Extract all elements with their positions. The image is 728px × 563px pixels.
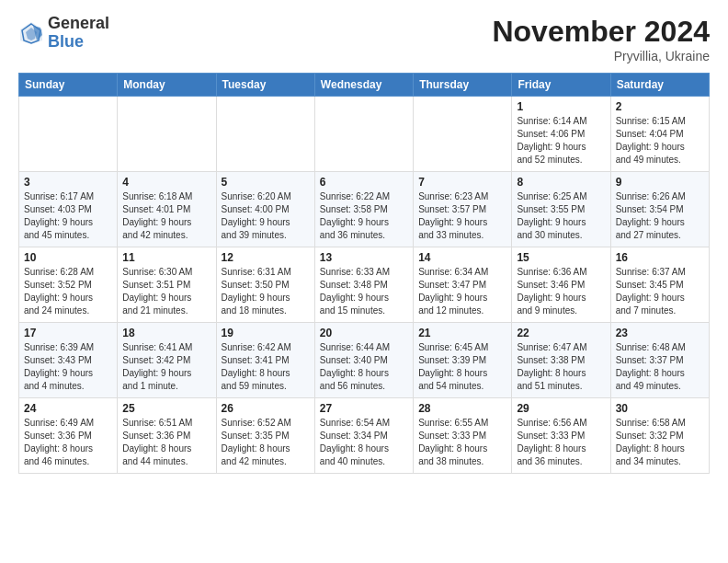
day-number: 6 xyxy=(320,176,408,189)
day-number: 20 xyxy=(320,327,408,339)
col-saturday: Saturday xyxy=(610,74,709,97)
day-info: Sunrise: 6:45 AMSunset: 3:39 PMDaylight:… xyxy=(418,341,506,393)
table-row: 25Sunrise: 6:51 AMSunset: 3:36 PMDayligh… xyxy=(118,398,216,474)
day-number: 28 xyxy=(418,402,506,415)
table-row: 6Sunrise: 6:22 AMSunset: 3:58 PMDaylight… xyxy=(314,172,413,247)
header: General Blue November 2024 Pryvillia, Uk… xyxy=(18,15,710,63)
day-info: Sunrise: 6:14 AMSunset: 4:06 PMDaylight:… xyxy=(517,115,605,167)
day-number: 18 xyxy=(122,327,210,339)
day-number: 17 xyxy=(24,327,112,339)
location-subtitle: Pryvillia, Ukraine xyxy=(492,49,710,63)
logo-text: General Blue xyxy=(48,15,109,52)
calendar-week-3: 10Sunrise: 6:28 AMSunset: 3:52 PMDayligh… xyxy=(19,247,710,323)
logo-blue: Blue xyxy=(48,33,109,52)
table-row: 10Sunrise: 6:28 AMSunset: 3:52 PMDayligh… xyxy=(19,247,118,323)
day-number: 4 xyxy=(122,176,210,189)
table-row: 29Sunrise: 6:56 AMSunset: 3:33 PMDayligh… xyxy=(512,398,610,474)
day-number: 26 xyxy=(222,402,310,415)
page: General Blue November 2024 Pryvillia, Uk… xyxy=(0,0,728,483)
table-row: 30Sunrise: 6:58 AMSunset: 3:32 PMDayligh… xyxy=(610,398,709,474)
day-info: Sunrise: 6:31 AMSunset: 3:50 PMDaylight:… xyxy=(222,266,310,317)
day-number: 3 xyxy=(24,176,112,189)
table-row xyxy=(314,97,413,172)
day-number: 22 xyxy=(517,327,605,339)
table-row: 21Sunrise: 6:45 AMSunset: 3:39 PMDayligh… xyxy=(414,323,512,398)
day-number: 21 xyxy=(418,327,506,339)
logo-general: General xyxy=(48,15,109,33)
table-row: 2Sunrise: 6:15 AMSunset: 4:04 PMDaylight… xyxy=(610,97,709,172)
calendar-week-5: 24Sunrise: 6:49 AMSunset: 3:36 PMDayligh… xyxy=(19,398,710,474)
table-row xyxy=(216,97,314,172)
day-number: 27 xyxy=(320,402,408,415)
table-row: 14Sunrise: 6:34 AMSunset: 3:47 PMDayligh… xyxy=(414,247,512,323)
col-thursday: Thursday xyxy=(414,74,512,97)
table-row: 7Sunrise: 6:23 AMSunset: 3:57 PMDaylight… xyxy=(414,172,512,247)
day-info: Sunrise: 6:25 AMSunset: 3:55 PMDaylight:… xyxy=(517,190,605,242)
day-info: Sunrise: 6:33 AMSunset: 3:48 PMDaylight:… xyxy=(320,266,408,317)
col-friday: Friday xyxy=(512,74,610,97)
day-info: Sunrise: 6:41 AMSunset: 3:42 PMDaylight:… xyxy=(122,341,210,393)
table-row: 17Sunrise: 6:39 AMSunset: 3:43 PMDayligh… xyxy=(19,323,118,398)
day-info: Sunrise: 6:39 AMSunset: 3:43 PMDaylight:… xyxy=(24,341,112,393)
day-info: Sunrise: 6:48 AMSunset: 3:37 PMDaylight:… xyxy=(616,341,704,393)
table-row: 8Sunrise: 6:25 AMSunset: 3:55 PMDaylight… xyxy=(512,172,610,247)
day-number: 10 xyxy=(24,251,112,264)
day-info: Sunrise: 6:58 AMSunset: 3:32 PMDaylight:… xyxy=(616,417,704,468)
day-number: 5 xyxy=(222,176,310,189)
day-number: 12 xyxy=(222,251,310,264)
day-info: Sunrise: 6:55 AMSunset: 3:33 PMDaylight:… xyxy=(418,417,506,468)
col-sunday: Sunday xyxy=(19,74,118,97)
col-wednesday: Wednesday xyxy=(314,74,413,97)
day-number: 24 xyxy=(24,402,112,415)
day-info: Sunrise: 6:42 AMSunset: 3:41 PMDaylight:… xyxy=(222,341,310,393)
table-row: 18Sunrise: 6:41 AMSunset: 3:42 PMDayligh… xyxy=(118,323,216,398)
day-number: 8 xyxy=(517,176,605,189)
day-info: Sunrise: 6:18 AMSunset: 4:01 PMDaylight:… xyxy=(122,190,210,242)
table-row: 27Sunrise: 6:54 AMSunset: 3:34 PMDayligh… xyxy=(314,398,413,474)
day-info: Sunrise: 6:17 AMSunset: 4:03 PMDaylight:… xyxy=(24,190,112,242)
day-number: 29 xyxy=(517,402,605,415)
table-row: 26Sunrise: 6:52 AMSunset: 3:35 PMDayligh… xyxy=(216,398,314,474)
table-row: 24Sunrise: 6:49 AMSunset: 3:36 PMDayligh… xyxy=(19,398,118,474)
table-row: 20Sunrise: 6:44 AMSunset: 3:40 PMDayligh… xyxy=(314,323,413,398)
day-info: Sunrise: 6:52 AMSunset: 3:35 PMDaylight:… xyxy=(222,417,310,468)
day-info: Sunrise: 6:44 AMSunset: 3:40 PMDaylight:… xyxy=(320,341,408,393)
day-info: Sunrise: 6:56 AMSunset: 3:33 PMDaylight:… xyxy=(517,417,605,468)
logo: General Blue xyxy=(18,15,109,52)
table-row: 11Sunrise: 6:30 AMSunset: 3:51 PMDayligh… xyxy=(118,247,216,323)
day-number: 7 xyxy=(418,176,506,189)
day-number: 14 xyxy=(418,251,506,264)
day-info: Sunrise: 6:49 AMSunset: 3:36 PMDaylight:… xyxy=(24,417,112,468)
table-row xyxy=(19,97,118,172)
table-row: 3Sunrise: 6:17 AMSunset: 4:03 PMDaylight… xyxy=(19,172,118,247)
month-year-title: November 2024 xyxy=(492,15,710,49)
day-info: Sunrise: 6:47 AMSunset: 3:38 PMDaylight:… xyxy=(517,341,605,393)
col-tuesday: Tuesday xyxy=(216,74,314,97)
day-number: 1 xyxy=(517,100,605,113)
day-info: Sunrise: 6:30 AMSunset: 3:51 PMDaylight:… xyxy=(122,266,210,317)
day-number: 11 xyxy=(122,251,210,264)
day-number: 16 xyxy=(616,251,704,264)
table-row xyxy=(414,97,512,172)
table-row: 16Sunrise: 6:37 AMSunset: 3:45 PMDayligh… xyxy=(610,247,709,323)
day-number: 2 xyxy=(616,100,704,113)
table-row: 19Sunrise: 6:42 AMSunset: 3:41 PMDayligh… xyxy=(216,323,314,398)
col-monday: Monday xyxy=(118,74,216,97)
table-row: 23Sunrise: 6:48 AMSunset: 3:37 PMDayligh… xyxy=(610,323,709,398)
calendar-header-row: Sunday Monday Tuesday Wednesday Thursday… xyxy=(19,74,710,97)
day-number: 19 xyxy=(222,327,310,339)
table-row: 13Sunrise: 6:33 AMSunset: 3:48 PMDayligh… xyxy=(314,247,413,323)
logo-icon xyxy=(18,20,44,46)
table-row: 4Sunrise: 6:18 AMSunset: 4:01 PMDaylight… xyxy=(118,172,216,247)
day-info: Sunrise: 6:20 AMSunset: 4:00 PMDaylight:… xyxy=(222,190,310,242)
table-row: 12Sunrise: 6:31 AMSunset: 3:50 PMDayligh… xyxy=(216,247,314,323)
table-row: 15Sunrise: 6:36 AMSunset: 3:46 PMDayligh… xyxy=(512,247,610,323)
day-info: Sunrise: 6:15 AMSunset: 4:04 PMDaylight:… xyxy=(616,115,704,167)
day-info: Sunrise: 6:23 AMSunset: 3:57 PMDaylight:… xyxy=(418,190,506,242)
table-row: 5Sunrise: 6:20 AMSunset: 4:00 PMDaylight… xyxy=(216,172,314,247)
calendar-week-1: 1Sunrise: 6:14 AMSunset: 4:06 PMDaylight… xyxy=(19,97,710,172)
day-number: 9 xyxy=(616,176,704,189)
table-row xyxy=(118,97,216,172)
day-number: 15 xyxy=(517,251,605,264)
day-number: 13 xyxy=(320,251,408,264)
